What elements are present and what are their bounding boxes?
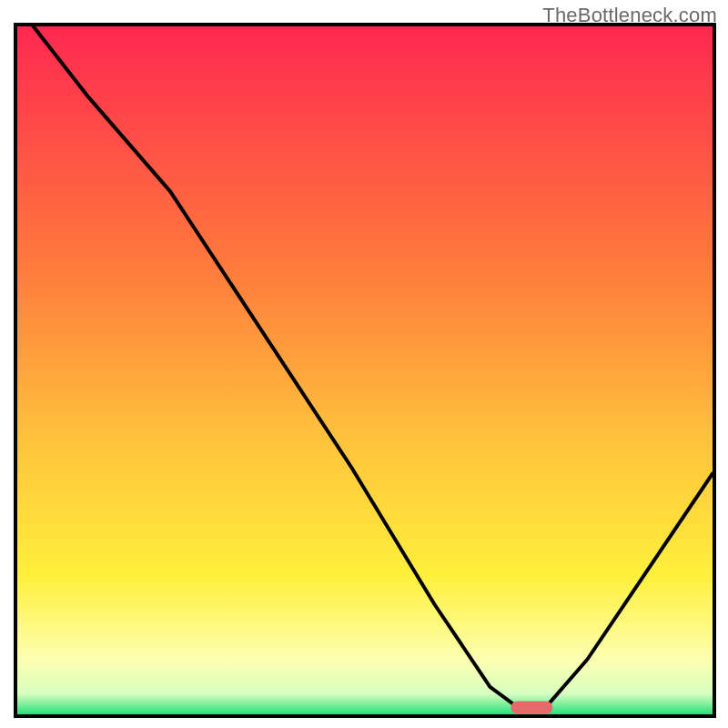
- chart-canvas: [0, 0, 728, 728]
- attribution-label: TheBottleneck.com: [542, 4, 717, 27]
- gradient-background: [17, 26, 713, 714]
- svg-rect-1: [511, 701, 552, 713]
- optimal-marker: [511, 701, 552, 713]
